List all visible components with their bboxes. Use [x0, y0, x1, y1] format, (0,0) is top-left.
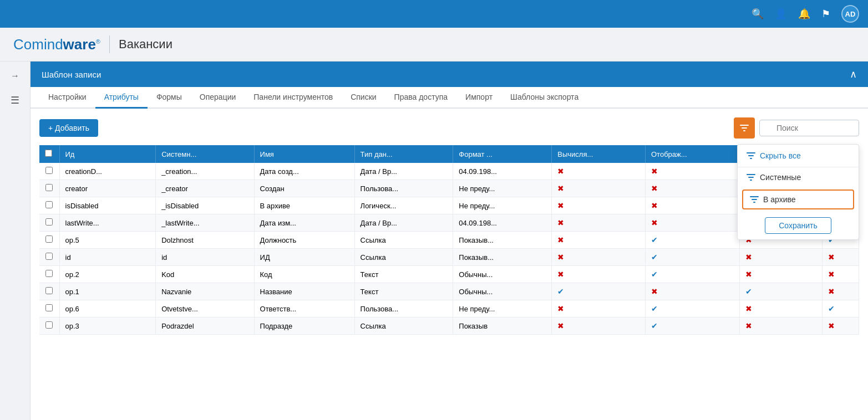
filter-option-archive[interactable]: В архиве	[742, 189, 854, 209]
filter-button[interactable]	[734, 117, 755, 139]
cell-display: ✖	[646, 180, 740, 197]
tab-import[interactable]: Импорт	[456, 87, 501, 109]
toolbar-right	[734, 117, 859, 139]
search-icon[interactable]: 🔍	[752, 8, 764, 20]
cell-name: Дата изм...	[254, 214, 354, 232]
save-filter-button[interactable]: Сохранить	[765, 217, 831, 234]
cell-calc: ✖	[552, 266, 646, 283]
row-check[interactable]	[39, 232, 59, 249]
logo-reg: ®	[96, 38, 100, 45]
cell-format: 04.09.198...	[453, 163, 552, 180]
cell-display: ✔	[646, 300, 740, 317]
cell-type: Текст	[354, 283, 453, 300]
cell-sys: _lastWrite...	[156, 214, 254, 232]
add-button[interactable]: + Добавить	[39, 119, 98, 137]
cell-sys: Kod	[156, 266, 254, 283]
top-bar: 🔍 👤 🔔 ⚑ AD	[0, 0, 868, 28]
cell-display2: ✖	[739, 249, 823, 266]
col-name: Имя	[254, 145, 354, 163]
filter-save-area: Сохранить	[738, 212, 859, 239]
cell-name: Название	[254, 283, 354, 300]
cell-display2: ✖	[739, 317, 823, 335]
tab-shablony[interactable]: Шаблоны экспорта	[501, 87, 587, 109]
row-check[interactable]	[39, 214, 59, 232]
cell-sys: _creation...	[156, 163, 254, 180]
record-panel-collapse-btn[interactable]: ∧	[850, 68, 857, 80]
cell-display2: ✖	[739, 266, 823, 283]
avatar[interactable]: AD	[841, 5, 859, 23]
tab-nastrojki[interactable]: Настройки	[39, 87, 95, 109]
cell-name: В архиве	[254, 197, 354, 214]
table-row: op.2 Kod Код Текст Обычны... ✖ ✔ ✖ ✖	[39, 266, 859, 283]
cell-name: Код	[254, 266, 354, 283]
table-row: op.3 Podrazdel Подразде Ссылка Показыв ✖…	[39, 317, 859, 335]
tab-operacii[interactable]: Операции	[191, 87, 245, 109]
cell-type: Дата / Вр...	[354, 163, 453, 180]
row-check[interactable]	[39, 163, 59, 180]
cell-format: 04.09.198...	[453, 214, 552, 232]
cell-format: Показыв...	[453, 249, 552, 266]
sidebar-collapse-btn[interactable]: →	[5, 66, 25, 86]
cell-calc: ✖	[552, 317, 646, 335]
cell-display2: ✖	[739, 300, 823, 317]
row-check[interactable]	[39, 197, 59, 214]
row-check[interactable]	[39, 300, 59, 317]
row-check[interactable]	[39, 249, 59, 266]
tab-prava[interactable]: Права доступа	[385, 87, 456, 109]
cell-sys: Otvetstve...	[156, 300, 254, 317]
row-check[interactable]	[39, 266, 59, 283]
cell-archive: ✖	[823, 317, 859, 335]
filter-option-system-label: Системные	[760, 173, 801, 182]
sidebar-menu-btn[interactable]: ☰	[5, 90, 25, 110]
cell-sys: _isDisabled	[156, 197, 254, 214]
cell-display: ✖	[646, 283, 740, 300]
flag-icon[interactable]: ⚑	[821, 8, 830, 20]
search-wrapper	[759, 120, 859, 136]
cell-calc: ✖	[552, 180, 646, 197]
cell-display: ✔	[646, 232, 740, 249]
cell-sys: id	[156, 249, 254, 266]
tab-formy[interactable]: Формы	[148, 87, 191, 109]
cell-id: lastWrite...	[59, 214, 156, 232]
filter-dropdown: Скрыть все Системные В архиве Сохранить	[737, 144, 859, 240]
table-container: + Добавить	[31, 109, 868, 420]
cell-display: ✔	[646, 266, 740, 283]
search-input[interactable]	[759, 120, 859, 136]
cell-name: Должность	[254, 232, 354, 249]
tab-atributy[interactable]: Атрибуты	[95, 87, 148, 109]
table-row: isDisabled _isDisabled В архиве Логическ…	[39, 197, 859, 214]
cell-archive: ✖	[823, 266, 859, 283]
table-row: creator _creator Создан Пользова... Не п…	[39, 180, 859, 197]
table-row: op.1 Nazvanie Название Текст Обычны... ✔…	[39, 283, 859, 300]
cell-calc: ✖	[552, 214, 646, 232]
header-area: Comindware® Вакансии	[0, 28, 868, 62]
filter-archive-icon	[750, 195, 759, 204]
cell-name: Создан	[254, 180, 354, 197]
tab-spiski[interactable]: Списки	[342, 87, 385, 109]
record-panel-title: Шаблон записи	[42, 70, 101, 79]
table-row: lastWrite... _lastWrite... Дата изм... Д…	[39, 214, 859, 232]
cell-calc: ✖	[552, 163, 646, 180]
filter-option-system[interactable]: Системные	[738, 167, 859, 187]
row-check[interactable]	[39, 283, 59, 300]
users-icon[interactable]: 👤	[775, 8, 787, 20]
cell-type: Пользова...	[354, 300, 453, 317]
cell-type: Дата / Вр...	[354, 214, 453, 232]
cell-name: Ответств...	[254, 300, 354, 317]
select-all-checkbox[interactable]	[45, 150, 52, 157]
tab-paneli[interactable]: Панели инструментов	[245, 87, 342, 109]
bell-icon[interactable]: 🔔	[798, 8, 810, 20]
cell-calc: ✖	[552, 232, 646, 249]
cell-format: Обычны...	[453, 266, 552, 283]
cell-format: Показыв	[453, 317, 552, 335]
cell-id: op.6	[59, 300, 156, 317]
filter-hide-all[interactable]: Скрыть все	[738, 145, 859, 167]
header-divider	[109, 35, 110, 53]
cell-calc: ✔	[552, 283, 646, 300]
cell-calc: ✖	[552, 249, 646, 266]
row-check[interactable]	[39, 180, 59, 197]
filter-option-archive-label: В архиве	[763, 195, 796, 204]
page-title: Вакансии	[119, 37, 172, 52]
cell-format: Обычны...	[453, 283, 552, 300]
row-check[interactable]	[39, 317, 59, 335]
